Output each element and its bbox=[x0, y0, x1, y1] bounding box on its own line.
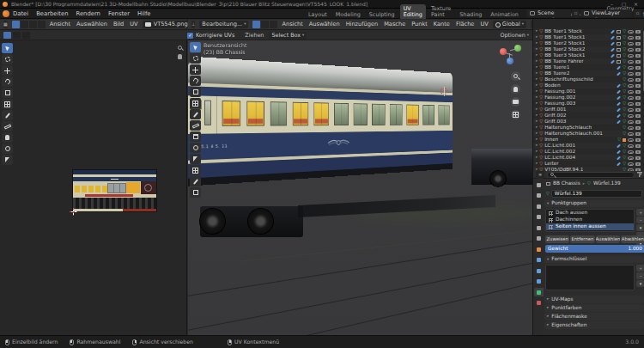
tweak-tool[interactable] bbox=[190, 42, 201, 52]
select-circle-tool[interactable] bbox=[190, 53, 201, 64]
workspace-tab-animation[interactable]: Animation bbox=[487, 10, 522, 19]
navigation-gizmo[interactable] bbox=[500, 44, 522, 66]
outliner-item-bb-tuer2-stock2[interactable]: ▸ ▽ BB Tuer2 Stock2 ▽ bbox=[533, 46, 642, 52]
texture-image[interactable] bbox=[73, 170, 156, 211]
zuweisen-button[interactable]: Zuweisen bbox=[545, 235, 569, 243]
zoom-icon[interactable] bbox=[176, 44, 183, 51]
loop-cut-tool[interactable] bbox=[190, 165, 201, 175]
disable-render-icon[interactable] bbox=[635, 126, 641, 130]
menu-hilfe[interactable]: Hilfe bbox=[137, 11, 150, 17]
grab-brush-tool[interactable] bbox=[2, 132, 13, 143]
hide-eye-icon[interactable] bbox=[628, 48, 634, 52]
weight-slider[interactable]: Gewicht 1.000 bbox=[545, 245, 644, 253]
viewport-menu-masche[interactable]: Masche bbox=[384, 21, 405, 27]
hide-eye-icon[interactable] bbox=[628, 108, 634, 112]
disable-render-icon[interactable] bbox=[635, 72, 641, 76]
expand-arrow-icon[interactable]: ▸ bbox=[536, 131, 538, 136]
hide-eye-icon[interactable] bbox=[628, 126, 634, 130]
vgroup-side-button-0[interactable]: ＋ bbox=[636, 209, 644, 216]
properties-tab-material[interactable] bbox=[534, 299, 544, 308]
expand-arrow-icon[interactable]: ▸ bbox=[536, 101, 538, 106]
blender-menu-icon[interactable] bbox=[3, 10, 9, 17]
shape-keys-panel-header[interactable]: ▾ Formschlüssel bbox=[544, 256, 644, 263]
expand-arrow-icon[interactable]: ▸ bbox=[536, 119, 538, 124]
expand-arrow-icon[interactable]: ▸ bbox=[536, 113, 538, 118]
disable-render-icon[interactable] bbox=[635, 114, 641, 118]
expand-arrow-icon[interactable]: ▸ bbox=[536, 53, 538, 58]
properties-tab-particles[interactable] bbox=[534, 266, 544, 275]
scale-tool[interactable] bbox=[2, 88, 13, 98]
zoom-icon[interactable] bbox=[511, 71, 520, 81]
train-model[interactable]: 5.1 4 5. 11 bbox=[188, 56, 453, 186]
expand-arrow-icon[interactable]: ▸ bbox=[536, 137, 538, 142]
shapekey-side-button-0[interactable]: ＋ bbox=[636, 265, 644, 272]
expand-arrow-icon[interactable]: ▸ bbox=[536, 150, 538, 154]
image-selector[interactable]: VT5545.png bbox=[143, 21, 191, 28]
measure-tool[interactable] bbox=[190, 120, 201, 131]
expand-arrow-icon[interactable]: ▸ bbox=[536, 35, 538, 40]
properties-search-input[interactable] bbox=[547, 172, 635, 178]
uv-sticky-icon[interactable] bbox=[13, 32, 21, 39]
workspace-tab-modeling[interactable]: Modeling bbox=[332, 10, 364, 19]
options-dropdown[interactable]: Optionen ▾ bbox=[500, 33, 529, 38]
vertex-group-dach-aussen[interactable]: Dach aussen bbox=[546, 210, 634, 217]
expand-arrow-icon[interactable]: ▸ bbox=[536, 162, 538, 166]
uv-sync-icon[interactable] bbox=[3, 32, 11, 39]
viewport-menu-ansicht[interactable]: Ansicht bbox=[282, 21, 302, 27]
viewport-menu-ausw-hlen[interactable]: Auswählen bbox=[309, 21, 340, 27]
uv-editor-region[interactable] bbox=[0, 40, 187, 335]
expand-arrow-icon[interactable]: ▸ bbox=[536, 125, 538, 130]
workspace-tab-texture-paint[interactable]: Texture Paint bbox=[428, 4, 454, 19]
panel-eigenschaften[interactable]: ▸Eigenschaften bbox=[544, 321, 644, 329]
viewport-region[interactable]: 5.1 4 5. 11 Be bbox=[188, 40, 532, 335]
disable-render-icon[interactable] bbox=[635, 108, 641, 112]
new-scene-button[interactable]: ▫ bbox=[572, 9, 580, 17]
outliner-item-beschriftungsschild[interactable]: ▸ ▽ Beschriftungsschild ▽ bbox=[533, 76, 642, 82]
outliner-item-fassung-001[interactable]: ▸ ▽ Fassung.001 ▽ bbox=[533, 89, 642, 95]
workspace-tab-uv-editing[interactable]: UV Editing bbox=[400, 4, 426, 19]
panel-uv-maps[interactable]: ▸UV-Maps bbox=[544, 296, 644, 303]
menu-fenster[interactable]: Fenster bbox=[108, 11, 130, 17]
properties-tab-tool[interactable] bbox=[534, 180, 544, 189]
hide-eye-icon[interactable] bbox=[628, 84, 634, 88]
expand-arrow-icon[interactable]: ▸ bbox=[536, 89, 538, 94]
outliner-item-boden[interactable]: ▸ ▽ Boden ▽ bbox=[533, 82, 642, 89]
outliner-item-griff-001[interactable]: ▸ ▽ Griff.001 ▽ bbox=[533, 107, 642, 113]
disable-render-icon[interactable] bbox=[635, 66, 641, 70]
rotate-tool[interactable] bbox=[2, 76, 13, 87]
viewport-menu-uv[interactable]: UV bbox=[480, 21, 488, 27]
annotate-tool[interactable] bbox=[2, 110, 13, 120]
properties-tab-scene[interactable] bbox=[534, 223, 544, 232]
outliner-item-innen[interactable]: ▸ ▽ Innen ▽ bbox=[533, 137, 642, 143]
outliner-item-bb-tuer1-stock[interactable]: ▸ ▽ BB Tuer1 Stock ▽ bbox=[533, 28, 642, 34]
outliner-item-griff-002[interactable]: ▸ ▽ Griff.002 ▽ bbox=[533, 113, 642, 119]
hide-eye-icon[interactable] bbox=[628, 120, 634, 124]
disable-render-icon[interactable] bbox=[635, 156, 641, 160]
disable-render-icon[interactable] bbox=[635, 144, 641, 148]
vertex-group-dachinnen[interactable]: Dachinnen bbox=[546, 217, 634, 223]
expand-arrow-icon[interactable]: ▸ bbox=[536, 143, 538, 148]
editor-type-3d-icon[interactable]: ⊥ bbox=[191, 21, 195, 28]
relax-brush-tool[interactable] bbox=[2, 143, 13, 154]
pinch-brush-tool[interactable] bbox=[2, 155, 13, 165]
ortho-grid-icon[interactable] bbox=[511, 110, 520, 119]
view-layer-selector[interactable]: ViewLayer bbox=[580, 9, 632, 17]
outliner-item-lc-licht-001[interactable]: ▸ ▽ LC.Licht.001 ▽ bbox=[533, 143, 642, 149]
select-circle-tool[interactable] bbox=[2, 54, 13, 64]
workspace-tab-shading[interactable]: Shading bbox=[456, 10, 485, 19]
outliner-item-bb-tuere-fahrer[interactable]: ▸ ▽ BB Tuere Fahrer ▽ bbox=[533, 58, 642, 64]
disable-render-icon[interactable] bbox=[635, 60, 641, 64]
properties-tab-world[interactable] bbox=[534, 235, 544, 243]
properties-tab-view-layer[interactable] bbox=[534, 213, 544, 222]
scene-selector[interactable]: Scene bbox=[526, 9, 571, 17]
y-axis-ball[interactable] bbox=[514, 45, 521, 52]
uv-face-select-icon[interactable] bbox=[29, 21, 37, 28]
z-axis-ball[interactable] bbox=[507, 58, 513, 64]
orientation-dropdown[interactable]: Global ▾ bbox=[493, 21, 526, 28]
hide-eye-icon[interactable] bbox=[628, 144, 634, 148]
uv-menu-ansicht[interactable]: Ansicht bbox=[50, 21, 70, 27]
viewport-menu-fl-che[interactable]: Fläche bbox=[456, 21, 475, 27]
uv-2d-cursor[interactable] bbox=[70, 208, 77, 216]
workspace-tab-layout[interactable]: Layout bbox=[305, 10, 331, 19]
face-select-icon[interactable] bbox=[270, 21, 277, 28]
